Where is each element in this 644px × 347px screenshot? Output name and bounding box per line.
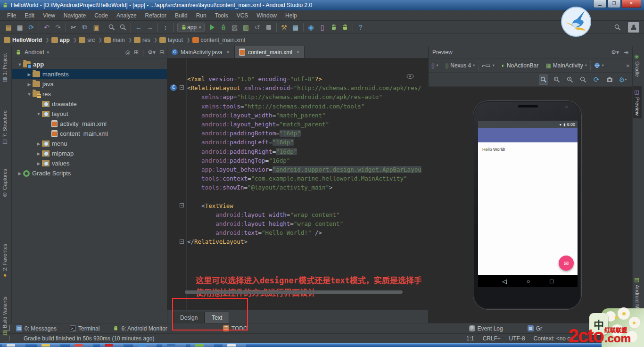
menu-item-code[interactable]: Code [90, 11, 112, 20]
fold-marker-icon[interactable]: − [180, 240, 184, 244]
zoom-to-fit-icon[interactable] [539, 74, 548, 85]
tree-item-drawable[interactable]: drawable [12, 99, 167, 109]
menu-item-tools[interactable]: Tools [211, 11, 232, 20]
tool-button----favorites[interactable]: ★2: Favorites [0, 241, 9, 281]
find-icon[interactable] [106, 22, 117, 33]
menu-item-help[interactable]: Help [281, 11, 301, 20]
open-icon[interactable]: ▤ [3, 22, 14, 33]
breadcrumb-item-app[interactable]: app [51, 37, 70, 43]
theme-selector[interactable]: ◐NoActionBar [502, 62, 539, 69]
menu-item-analyze[interactable]: Analyze [112, 11, 141, 20]
tool-window-button-6--android-monitor[interactable]: 6: Android Monitor [113, 325, 167, 332]
copy-icon[interactable]: ⧉ [79, 22, 91, 33]
close-tab-icon[interactable]: ✕ [226, 50, 230, 55]
locate-file-icon[interactable]: ◎ [125, 49, 130, 56]
menu-item-vcs[interactable]: VCS [232, 11, 253, 20]
split-view-icon[interactable]: ⊞ [134, 49, 139, 56]
bug-icon[interactable] [218, 22, 229, 33]
play-icon[interactable] [206, 22, 218, 33]
taskbar-app-icon[interactable] [105, 344, 113, 347]
chevron-down-icon[interactable]: ▼ [35, 112, 42, 116]
tool-window-button-0--messages[interactable]: ▤0: Messages [16, 325, 57, 332]
project-view-header[interactable]: Android ▾ ◎ ⊞ | ⚙▾ ⊟ [12, 46, 167, 58]
taskbar-app-icon[interactable] [41, 344, 50, 347]
gear-icon[interactable]: ⚙▾ [611, 49, 619, 56]
attach-icon[interactable]: ▥ [240, 22, 252, 33]
editor-tab-mainactivity.java[interactable]: CMainActivity.java✕ [167, 46, 235, 58]
device-config-dropdown[interactable]: ▯▾ [431, 62, 438, 69]
wrench-icon[interactable]: ⚒ [279, 22, 290, 33]
sort-icon[interactable]: ↕ [160, 22, 171, 33]
zoom-out-icon[interactable] [578, 74, 588, 85]
windows-taskbar[interactable] [0, 343, 644, 347]
menu-item-refactor[interactable]: Refactor [141, 11, 171, 20]
breadcrumb-item-content_main.xml[interactable]: content_main.xml [192, 37, 245, 43]
menu-item-file[interactable]: File [3, 11, 20, 20]
phone2-icon[interactable]: ▯ [317, 22, 328, 33]
tree-item-menu[interactable]: ▶menu [12, 139, 167, 149]
chevron-right-icon[interactable]: ▶ [26, 72, 33, 77]
paste-icon[interactable]: ▣ [91, 22, 102, 33]
tool-window-button-event-log[interactable]: 💬︎Event Log [469, 325, 503, 332]
chevron-right-icon[interactable]: ▶ [17, 171, 23, 176]
orientation-dropdown[interactable]: ⌐▭▾ [482, 62, 494, 69]
user-icon[interactable]: 👤︎ [628, 22, 639, 33]
tool-button-gradle[interactable]: ◉Gradle [633, 50, 642, 80]
tree-item-values[interactable]: ▶values [12, 158, 167, 168]
menu-item-navigate[interactable]: Navigate [59, 11, 90, 20]
gear-icon[interactable]: ⚙▾ [148, 49, 156, 56]
findr-icon[interactable] [117, 22, 129, 33]
droid-icon[interactable] [339, 22, 351, 33]
context-indicator[interactable]: Context: <no co [534, 335, 573, 342]
menu-item-window[interactable]: Window [252, 11, 281, 20]
undo-icon[interactable]: ↶ [41, 22, 52, 33]
tree-item-gradle-scripts[interactable]: ▶Gradle Scripts [12, 168, 167, 178]
tool-button----project[interactable]: ▤1: Project [0, 50, 9, 86]
preview-settings-gear-icon[interactable]: ⚙▾ [618, 74, 627, 85]
fold-marker-icon[interactable]: − [180, 85, 184, 90]
project-view-selector[interactable]: Android [25, 49, 44, 56]
taskbar-app-icon[interactable] [227, 344, 236, 347]
tree-item-mipmap[interactable]: ▶mipmap [12, 149, 167, 158]
menu-item-run[interactable]: Run [192, 11, 211, 20]
editor-tab-content_main.xml[interactable]: content_main.xml✕ [235, 46, 305, 58]
tool-button----structure[interactable]: ◫7: Structure [0, 107, 9, 148]
inspection-eye-icon[interactable] [406, 74, 414, 79]
overflow-chevrons-icon[interactable]: » [626, 62, 629, 69]
stop-icon[interactable] [263, 22, 274, 33]
close-tab-icon[interactable]: ✕ [296, 50, 300, 55]
close-button[interactable]: ✕ [621, 0, 641, 8]
cut-icon[interactable]: ✂ [68, 22, 79, 33]
tree-item-java[interactable]: ▶java [12, 79, 167, 89]
activity-dropdown[interactable]: ▦MainActivity▾ [545, 62, 586, 69]
line-separator[interactable]: CRLF÷ [483, 335, 501, 342]
fold-marker-icon[interactable]: − [180, 203, 184, 207]
taskbar-app-icon[interactable] [195, 344, 204, 347]
search-everywhere-icon[interactable] [612, 22, 623, 33]
chevron-right-icon[interactable]: ▶ [35, 151, 42, 156]
collapse-all-icon[interactable]: ⊟ [159, 49, 164, 56]
taskbar-app-icon[interactable] [167, 344, 175, 347]
breadcrumb-item-res[interactable]: res [134, 37, 150, 43]
zoom-actual-icon[interactable]: 1:1 [552, 74, 561, 85]
locale-dropdown[interactable]: ▾ [594, 62, 604, 68]
caret-position[interactable]: 1:1 [466, 335, 474, 342]
title-bar[interactable]: HelloWorld - [D:\MyAndroidProject\HelloW… [0, 0, 644, 10]
chevron-right-icon[interactable]: ▶ [35, 141, 42, 146]
minimize-button[interactable]: ▁ [593, 0, 607, 8]
menu-item-edit[interactable]: Edit [20, 11, 39, 20]
pin-icon[interactable]: ◉ [305, 22, 317, 33]
save-icon[interactable]: ▦ [14, 22, 25, 33]
back-icon[interactable]: ← [133, 22, 144, 33]
chevron-right-icon[interactable]: ▶ [35, 161, 42, 166]
tree-item-content_main.xml[interactable]: content_main.xml [12, 129, 167, 139]
gc-icon[interactable]: ↺ [252, 22, 263, 33]
tree-item-app[interactable]: ▼app [12, 59, 167, 69]
menu-item-build[interactable]: Build [171, 11, 192, 20]
tool-button-build-variants[interactable]: ▤Build Variants [0, 294, 9, 339]
taskbar-app-icon[interactable] [74, 344, 83, 347]
tree-item-res[interactable]: ▼res [12, 89, 167, 99]
screenshot-icon[interactable] [605, 74, 614, 85]
breadcrumb-item-layout[interactable]: layout [159, 37, 183, 43]
chevron-right-icon[interactable]: ▶ [26, 82, 33, 87]
